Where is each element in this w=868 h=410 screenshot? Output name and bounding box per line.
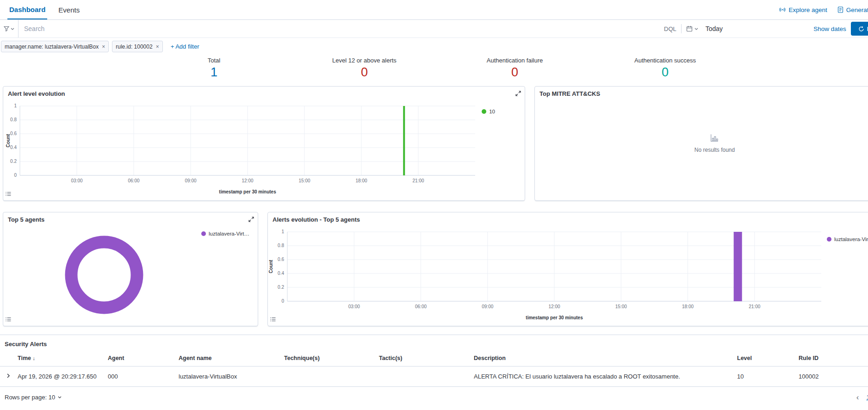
column-header-time[interactable]: Time ↓ (18, 350, 108, 367)
column-header-expand (0, 350, 18, 367)
show-dates-button[interactable]: Show dates (813, 25, 846, 32)
column-header-agent-name: Agent name (179, 350, 284, 367)
generate-report-button[interactable]: Generate report (837, 6, 868, 13)
legend-toggle-icon[interactable] (270, 316, 276, 324)
panel-title: Alerts evolution - Top 5 agents (273, 216, 360, 223)
generate-report-label: Generate report (846, 6, 868, 13)
panel-alerts-evolution-top-5-agents: Alerts evolution - Top 5 agents 00.20.40… (267, 212, 868, 326)
filter-pill-rule-id[interactable]: rule.id: 100002 × (112, 41, 162, 52)
filter-pill-label: manager.name: luztalavera-VirtualBox (5, 43, 99, 50)
no-results-message: No results found (694, 147, 735, 153)
svg-text:0.6: 0.6 (278, 257, 284, 262)
stat-value[interactable]: 0 (590, 65, 740, 80)
svg-text:timestamp per 30 minutes: timestamp per 30 minutes (526, 315, 583, 320)
svg-text:1: 1 (14, 103, 17, 108)
legend-item[interactable]: luztalavera-VirtualBox (209, 231, 251, 236)
stat-value[interactable]: 1 (139, 65, 289, 80)
tab-events[interactable]: Events (56, 0, 81, 19)
svg-text:18:00: 18:00 (355, 178, 367, 183)
agent-broadcast-icon (779, 6, 786, 13)
chart-legend: luztalavera-VirtualBox (201, 231, 251, 236)
calendar-icon (686, 25, 693, 32)
panel-alert-level-evolution: Alert level evolution 00.20.40.60.8103:0… (3, 86, 525, 201)
date-range-value[interactable]: Today (706, 25, 813, 32)
expand-panel-icon[interactable] (515, 90, 521, 98)
svg-text:0.2: 0.2 (10, 159, 17, 164)
expand-panel-icon[interactable] (248, 216, 254, 224)
query-language-button[interactable]: DQL (659, 25, 681, 32)
legend-toggle-icon[interactable] (5, 191, 12, 199)
stat-value[interactable]: 0 (289, 65, 440, 80)
svg-text:1: 1 (281, 229, 284, 234)
stat-label: Total (139, 57, 289, 64)
svg-text:12:00: 12:00 (548, 304, 560, 309)
legend-item[interactable]: 10 (489, 109, 495, 114)
chevron-down-icon (694, 28, 698, 30)
cell-description: ALERTA CRÍTICA: El usuario luztalavera h… (474, 367, 737, 387)
panels-row-2: Top 5 agents luztalavera-VirtualBox A (3, 212, 868, 326)
filter-pill-manager-name[interactable]: manager.name: luztalavera-VirtualBox × (1, 41, 109, 52)
svg-text:09:00: 09:00 (185, 178, 196, 183)
svg-text:0.8: 0.8 (278, 243, 284, 248)
date-quick-select-button[interactable] (682, 25, 703, 32)
explore-agent-button[interactable]: Explore agent (779, 6, 827, 13)
add-filter-button[interactable]: + Add filter (171, 43, 199, 50)
svg-text:09:00: 09:00 (482, 304, 493, 309)
panels-row-1: Alert level evolution 00.20.40.60.8103:0… (3, 86, 868, 201)
stat-auth-failure: Authentication failure 0 (440, 57, 590, 80)
summary-stats: Total 1 Level 12 or above alerts 0 Authe… (139, 57, 740, 80)
chart-placeholder-icon (710, 136, 719, 143)
filter-funnel-icon (4, 26, 9, 31)
rows-per-page-label: Rows per page: 10 (5, 394, 55, 401)
rule-id-link[interactable]: 100002 (799, 367, 868, 387)
legend-swatch (482, 109, 486, 114)
legend-swatch (827, 237, 831, 242)
refresh-button[interactable]: Refresh (851, 22, 868, 36)
svg-text:06:00: 06:00 (128, 178, 139, 183)
svg-text:timestamp per 30 minutes: timestamp per 30 minutes (219, 189, 276, 194)
svg-text:03:00: 03:00 (71, 178, 82, 183)
empty-state: No results found (694, 134, 735, 153)
svg-text:03:00: 03:00 (348, 304, 360, 309)
filter-pill-label: rule.id: 100002 (116, 43, 152, 50)
stat-value[interactable]: 0 (440, 65, 590, 80)
svg-text:21:00: 21:00 (749, 304, 760, 309)
cell-agent: 000 (108, 367, 179, 387)
svg-text:0.4: 0.4 (278, 271, 284, 276)
remove-filter-icon[interactable]: × (102, 43, 105, 50)
panel-top-5-agents: Top 5 agents luztalavera-VirtualBox (3, 212, 258, 326)
panel-title: Top MITRE ATT&CKS (539, 90, 600, 97)
svg-text:21:00: 21:00 (412, 178, 424, 183)
rows-per-page-select[interactable]: Rows per page: 10 (5, 394, 62, 401)
column-header-description: Description (474, 350, 737, 367)
column-header-techniques: Technique(s) (284, 350, 379, 367)
column-header-rule-id: Rule ID (799, 350, 868, 367)
top-5-agents-donut-chart (60, 231, 148, 319)
svg-text:15:00: 15:00 (615, 304, 627, 309)
alert-table-row: Apr 19, 2026 @ 20:29:17.650 000 luztalav… (0, 367, 868, 387)
stat-label: Authentication failure (440, 57, 590, 64)
tab-dashboard[interactable]: Dashboard (7, 0, 47, 19)
security-alerts-section: Security Alerts Time ↓ Agent Agent name … (0, 335, 868, 401)
legend-toggle-icon[interactable] (5, 316, 12, 324)
cell-agent-name: luztalavera-VirtualBox (179, 367, 284, 387)
panel-title: Alert level evolution (8, 90, 65, 97)
section-title: Security Alerts (5, 341, 868, 348)
date-picker-group: DQL Today Show dates Refresh (659, 20, 868, 37)
query-bar: DQL Today Show dates Refresh (0, 20, 868, 38)
stat-total: Total 1 (139, 57, 289, 80)
wazuh-dashboard-page: Dashboard Events Explore agent (0, 0, 868, 410)
svg-text:12:00: 12:00 (242, 178, 253, 183)
svg-text:0.6: 0.6 (10, 131, 17, 136)
search-input[interactable] (19, 25, 659, 32)
security-alerts-table: Time ↓ Agent Agent name Technique(s) Tac… (0, 350, 868, 387)
page-number[interactable]: 1 (866, 394, 868, 401)
expand-row-icon[interactable] (6, 373, 11, 379)
remove-filter-icon[interactable]: × (156, 43, 159, 50)
svg-text:0.8: 0.8 (10, 117, 17, 122)
saved-queries-button[interactable] (0, 20, 19, 37)
previous-page-icon[interactable]: ‹ (856, 393, 859, 401)
table-header-row: Time ↓ Agent Agent name Technique(s) Tac… (0, 350, 868, 367)
legend-item[interactable]: luztalavera-VirtualBox (834, 236, 868, 242)
stat-auth-success: Authentication success 0 (590, 57, 740, 80)
